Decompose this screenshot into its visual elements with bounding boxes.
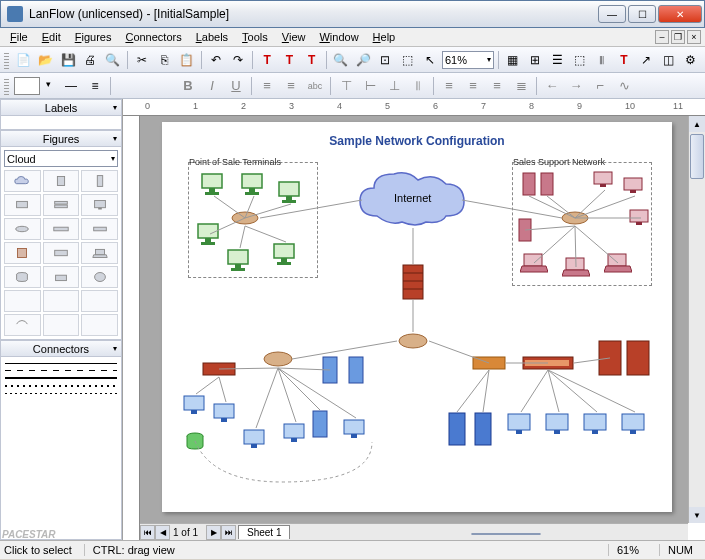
align-h-button[interactable]: ⫴ bbox=[407, 75, 429, 97]
line-route-button[interactable]: ⌐ bbox=[589, 75, 611, 97]
vertical-scrollbar[interactable]: ▲ ▼ bbox=[688, 116, 705, 523]
align-center-button[interactable]: ≡ bbox=[280, 75, 302, 97]
switch-icon[interactable] bbox=[202, 362, 236, 376]
zoom-out-button[interactable]: 🔎 bbox=[353, 49, 373, 71]
workstation-icon[interactable] bbox=[622, 176, 648, 196]
italic-button[interactable]: I bbox=[201, 75, 223, 97]
laptop-icon[interactable] bbox=[520, 252, 548, 274]
workstation-icon[interactable] bbox=[620, 412, 650, 438]
figure-tool-button[interactable]: ◫ bbox=[658, 49, 678, 71]
figure-printer[interactable] bbox=[43, 266, 80, 288]
figure-cloud[interactable] bbox=[4, 170, 41, 192]
menu-labels[interactable]: Labels bbox=[190, 29, 234, 45]
firewall-icon[interactable] bbox=[402, 264, 424, 300]
copy-button[interactable]: ⎘ bbox=[154, 49, 174, 71]
scroll-thumb[interactable] bbox=[690, 134, 704, 179]
figure-hub[interactable] bbox=[81, 218, 118, 240]
connector-heavy[interactable] bbox=[5, 377, 117, 379]
justify-center-button[interactable]: ≡ bbox=[462, 75, 484, 97]
bold-button[interactable]: B bbox=[177, 75, 199, 97]
server-tower-icon[interactable] bbox=[518, 218, 532, 242]
first-page-button[interactable]: ⏮ bbox=[140, 525, 155, 540]
workstation-icon[interactable] bbox=[582, 412, 612, 438]
paste-button[interactable]: 📋 bbox=[176, 49, 196, 71]
fill-color-button[interactable] bbox=[14, 77, 40, 95]
maximize-button[interactable]: ☐ bbox=[628, 5, 656, 23]
pos-terminal-icon[interactable] bbox=[200, 172, 228, 196]
zoom-combo[interactable]: 61%▾ bbox=[442, 51, 494, 69]
text-attach-button[interactable]: T bbox=[301, 49, 321, 71]
text-style-button[interactable]: T bbox=[279, 49, 299, 71]
figure-firewall[interactable] bbox=[4, 242, 41, 264]
canvas-viewport[interactable]: Sample Network Configuration Point of Sa… bbox=[140, 116, 688, 523]
connector-dash[interactable] bbox=[5, 370, 117, 371]
diagram-title[interactable]: Sample Network Configuration bbox=[162, 134, 672, 148]
figure-switch[interactable] bbox=[43, 218, 80, 240]
pos-terminal-icon[interactable] bbox=[196, 222, 224, 246]
figure-modem[interactable] bbox=[43, 242, 80, 264]
ruler-vertical[interactable] bbox=[123, 116, 140, 540]
database-icon[interactable] bbox=[186, 432, 204, 450]
text-bottom-button[interactable]: ⊥ bbox=[383, 75, 405, 97]
scroll-down-button[interactable]: ▼ bbox=[689, 507, 705, 523]
labels-panel[interactable] bbox=[0, 116, 122, 130]
router-icon[interactable] bbox=[560, 210, 590, 226]
properties-button[interactable]: ⚙ bbox=[681, 49, 701, 71]
underline-button[interactable]: U bbox=[225, 75, 247, 97]
preview-button[interactable]: 🔍 bbox=[103, 49, 123, 71]
minimize-button[interactable]: — bbox=[598, 5, 626, 23]
save-button[interactable]: 💾 bbox=[58, 49, 78, 71]
labels-panel-header[interactable]: Labels bbox=[0, 99, 122, 116]
pos-terminal-icon[interactable] bbox=[272, 242, 300, 266]
justify-right-button[interactable]: ≡ bbox=[486, 75, 508, 97]
workstation-icon[interactable] bbox=[506, 412, 536, 438]
layers-button[interactable]: ☰ bbox=[547, 49, 567, 71]
text-top-button[interactable]: ⊤ bbox=[335, 75, 357, 97]
close-button[interactable]: ✕ bbox=[658, 5, 702, 23]
figure-bridge[interactable] bbox=[43, 314, 80, 336]
prev-page-button[interactable]: ◀ bbox=[155, 525, 170, 540]
pos-terminal-icon[interactable] bbox=[277, 180, 305, 204]
switch-icon[interactable] bbox=[472, 356, 506, 370]
sheet-tab[interactable]: Sheet 1 bbox=[238, 525, 290, 539]
next-page-button[interactable]: ▶ bbox=[206, 525, 221, 540]
scroll-thumb[interactable] bbox=[471, 533, 541, 535]
undo-button[interactable]: ↶ bbox=[206, 49, 226, 71]
menu-edit[interactable]: Edit bbox=[36, 29, 67, 45]
figure-category-select[interactable]: Cloud▾ bbox=[4, 150, 118, 167]
line-weight-button[interactable]: ≡ bbox=[84, 75, 106, 97]
figures-panel-header[interactable]: Figures bbox=[0, 130, 122, 147]
figure-wireless[interactable] bbox=[81, 290, 118, 312]
server-tower-icon[interactable] bbox=[540, 172, 554, 196]
redo-button[interactable]: ↷ bbox=[228, 49, 248, 71]
workstation-icon[interactable] bbox=[282, 422, 310, 446]
server-tower-icon[interactable] bbox=[474, 412, 492, 446]
new-button[interactable]: 📄 bbox=[14, 49, 34, 71]
figure-tower[interactable] bbox=[81, 170, 118, 192]
pos-terminal-icon[interactable] bbox=[226, 248, 254, 272]
menu-figures[interactable]: Figures bbox=[69, 29, 118, 45]
workstation-icon[interactable] bbox=[544, 412, 574, 438]
curve-button[interactable]: ∿ bbox=[613, 75, 635, 97]
menu-file[interactable]: File bbox=[4, 29, 34, 45]
ruler-horizontal[interactable]: 0 1 2 3 4 5 6 7 8 9 10 11 bbox=[123, 99, 705, 116]
server-tower-icon[interactable] bbox=[322, 356, 338, 384]
figure-monitor[interactable] bbox=[81, 194, 118, 216]
menu-window[interactable]: Window bbox=[313, 29, 364, 45]
menu-tools[interactable]: Tools bbox=[236, 29, 274, 45]
text-middle-button[interactable]: ⊢ bbox=[359, 75, 381, 97]
justify-left-button[interactable]: ≡ bbox=[438, 75, 460, 97]
connector-dotted[interactable] bbox=[5, 385, 117, 387]
workstation-icon[interactable] bbox=[628, 208, 654, 228]
scroll-up-button[interactable]: ▲ bbox=[689, 116, 705, 132]
figure-generic[interactable] bbox=[81, 314, 118, 336]
router-icon[interactable] bbox=[262, 350, 294, 368]
cut-button[interactable]: ✂ bbox=[132, 49, 152, 71]
align-button[interactable]: ⫴ bbox=[592, 49, 612, 71]
laptop-icon[interactable] bbox=[562, 256, 590, 278]
workstation-icon[interactable] bbox=[242, 428, 270, 452]
horizontal-scrollbar[interactable]: ⏮ ◀ 1 of 1 ▶ ⏭ Sheet 1 bbox=[140, 523, 688, 540]
justify-full-button[interactable]: ≣ bbox=[510, 75, 532, 97]
figure-phone[interactable] bbox=[4, 290, 41, 312]
workstation-icon[interactable] bbox=[592, 170, 618, 190]
